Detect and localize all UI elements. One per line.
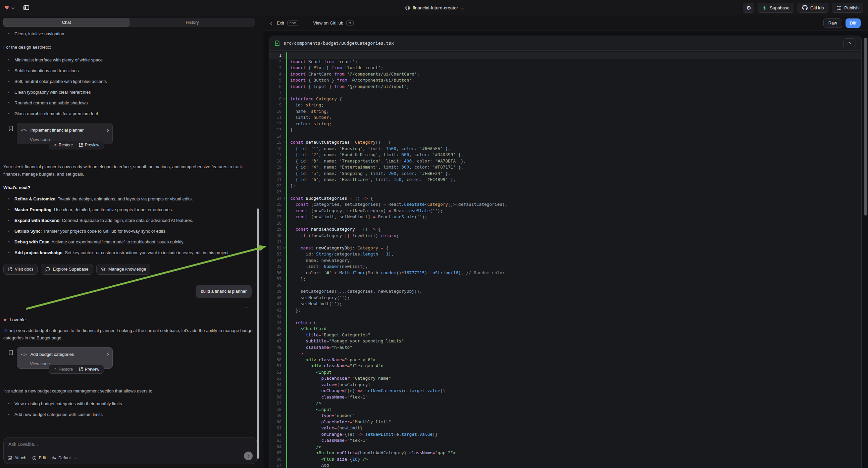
diff-toggle-button[interactable]: Diff [845,19,861,28]
code-panel: Exit ESC View on GitHub G Raw Diff src/c… [264,16,868,468]
code-line: 17 { id: '2', name: 'Food & Dining', lim… [270,152,861,158]
code-line: 32 const newCategoryObj: Category = { [270,245,861,252]
assistant-actions-ellipsis[interactable]: ... [247,316,252,324]
send-button[interactable]: ↑ [244,451,253,460]
publish-label: Publish [844,5,859,10]
restore-preview-toolbar: ↺Restore Preview [49,365,104,374]
chat-scroll-area[interactable]: Clean, intuitive navigation For the desi… [0,30,258,418]
restore-button[interactable]: ↺Restore [50,141,76,149]
tab-chat[interactable]: Chat [3,18,129,27]
raw-toggle-button[interactable]: Raw [824,19,842,28]
code-line: 66 <Plus size={16} /> [270,456,861,463]
preview-button[interactable]: Preview [76,365,102,373]
gear-icon: ⚙ [746,5,751,11]
code-line: 14 [270,133,861,140]
external-link-icon [79,143,83,147]
project-switcher[interactable]: financial-future-creator [405,0,463,16]
code-line: 15const defaultCategories: Category[] = … [270,139,861,146]
code-line: 8interface Category { [270,96,861,103]
external-link-icon [79,367,83,371]
chat-bullet: Rounded corners and subtle shadows [3,99,258,107]
version-card-1-row: <> Implement financial planner View code… [3,123,258,152]
file-added-icon [275,40,280,46]
chevron-up-icon [847,42,851,45]
code-line: 57 /> [270,400,861,407]
exit-button[interactable]: Exit ESC [271,20,298,26]
next-step-item: Expand with Backend: Connect Supabase to… [3,217,258,224]
code-line: 21 { id: '6', name: 'Healthcare', limit:… [270,177,861,183]
code-line: 61 value={newLimit} [270,425,861,431]
view-on-github-button[interactable]: View on GitHub G [313,20,353,26]
code-scrollbar-thumb[interactable] [864,38,867,215]
code-lines[interactable]: 12import React from 'react';3import { Pl… [270,51,861,468]
message-actions-ellipsis[interactable]: ... [3,303,258,310]
chat-composer[interactable]: Ask Lovable... Attach Edit Default ↑ [3,437,257,464]
restore-button[interactable]: ↺Restore [50,365,76,373]
bookmark-icon[interactable] [9,350,13,355]
code-line: 44 return ( [270,320,861,326]
project-chevron-icon [461,5,463,10]
chat-bubble-icon [45,267,50,272]
preview-button[interactable]: Preview [76,141,102,149]
bookmark-icon[interactable] [9,125,13,131]
attach-button[interactable]: Attach [8,456,26,460]
panel-left-icon [24,5,29,10]
arrow-up-icon: ↑ [247,453,250,459]
chat-scrollbar-thumb[interactable] [257,208,259,459]
code-line: 27 const [newLimit, setNewLimit] = React… [270,214,861,220]
sidebar-toggle-button[interactable] [21,3,31,13]
composer-input[interactable]: Ask Lovable... [8,441,252,447]
top-bar: ♥ financial-future-creator ⚙ Supabase [0,0,868,16]
manage-knowledge-button[interactable]: Manage knowledge [96,264,151,274]
version-card-title: Add budget categories [30,351,74,358]
code-line: 11 limit: number; [270,115,861,121]
code-line: 29 const handleAddCategory = () => { [270,226,861,233]
chat-bullet: Clean, intuitive navigation [3,30,258,38]
edit-button[interactable]: Edit [32,456,46,460]
publish-globe-icon [836,5,841,10]
chat-bullet: Add new budget categories with custom li… [3,411,258,418]
code-line: 35 limit: Number(newLimit), [270,264,861,270]
code-line: 5import { Button } from '@/components/ui… [270,77,861,84]
tab-history[interactable]: History [129,18,255,27]
quick-actions-row: Visit docs Explore Supabase Manage knowl… [3,264,258,274]
code-line: 26 const [newCategory, setNewCategory] =… [270,208,861,214]
github-button[interactable]: GitHub [798,3,829,13]
user-message-1: build a financial planner [196,285,252,298]
collapse-file-button[interactable] [843,38,856,48]
restore-icon: ↺ [53,365,57,373]
supabase-button[interactable]: Supabase [757,3,794,13]
lovable-logo-icon[interactable]: ♥ [5,4,9,11]
mode-selector[interactable]: Default [52,456,76,460]
file-path: src/components/budget/BudgetCategories.t… [283,40,394,46]
code-icon: <> [21,351,27,358]
ready-text: Your sleek financial planner is now read… [3,163,258,178]
code-line: 36 color: '#' + Math.floor(Math.random()… [270,270,861,276]
target-icon [32,456,37,460]
chat-history-tabs: Chat History [3,18,255,27]
next-step-item: Add project knowledge: Set key context o… [3,249,258,257]
project-name: financial-future-creator [413,5,458,10]
code-line: 22]; [270,183,861,189]
chevron-right-icon [106,126,108,134]
publish-button[interactable]: Publish [832,3,863,13]
settings-button[interactable]: ⚙ [743,3,754,13]
logo-menu-chevron-icon[interactable] [11,5,14,11]
code-line: 40 setNewCategory(''); [270,295,861,301]
supabase-label: Supabase [770,5,789,10]
globe-icon [405,5,410,10]
code-line: 43 [270,313,861,320]
visit-docs-button[interactable]: Visit docs [3,264,38,274]
supabase-icon [762,5,767,10]
app-window: ♥ financial-future-creator ⚙ Supabase [0,0,868,468]
added-bullet-list: View existing budget categories with the… [3,400,258,418]
lovable-heart-icon: ♥ [3,317,7,323]
explore-supabase-button[interactable]: Explore Supabase [41,264,93,274]
code-line: 28 [270,220,861,227]
code-panel-header: Exit ESC View on GitHub G Raw Diff [264,16,868,31]
code-line: 6import { Input } from '@/components/ui/… [270,84,861,90]
code-line: 58 <Input [270,407,861,413]
chat-bullet: Minimalist interface with plenty of whit… [3,56,258,64]
code-line: 1 [270,52,861,59]
code-line: 42 }; [270,307,861,314]
